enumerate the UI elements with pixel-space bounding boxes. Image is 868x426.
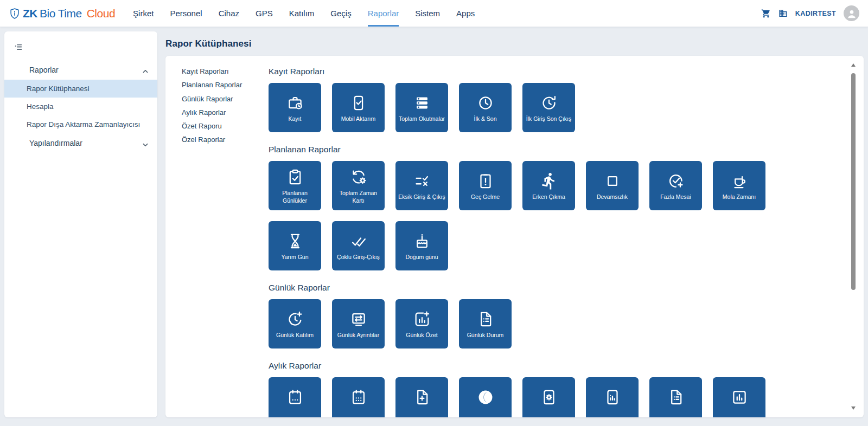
person-icon (846, 8, 858, 20)
tile-label: Erken Çıkma (532, 193, 565, 201)
report-tile-toplam-okutmalar[interactable]: Toplam Okutmalar (395, 83, 448, 132)
nav-item-raporlar[interactable]: Raporlar (368, 0, 399, 27)
clipboard-alert-icon (476, 172, 495, 190)
report-section-0: Kayıt RaporlarıKayıtMobil AktarımToplam … (269, 66, 847, 132)
cart-icon[interactable] (761, 9, 771, 18)
sidebar-group-0[interactable]: Raporlar (4, 60, 157, 80)
report-category-links: Kayıt RaporlarıPlanlanan RaporlarGünlük … (182, 64, 266, 147)
scrollbar-up-arrow[interactable] (851, 62, 856, 68)
user-name[interactable]: KADIRTEST (795, 10, 836, 17)
report-tile-mobil-aktarım[interactable]: Mobil Aktarım (332, 83, 385, 132)
report-icon (13, 65, 23, 75)
tile-grid: Günlük KatılımGünlük AyrıntılarGünlük Öz… (269, 299, 770, 348)
tile-label: Planlanan Günlükler (270, 190, 320, 204)
app-logo[interactable]: ZKBio TimeCloud (9, 7, 115, 20)
nav-item-kat-l-m[interactable]: Katılım (289, 0, 315, 27)
category-link-1[interactable]: Planlanan Raporlar (182, 78, 266, 92)
tile-label: Mobil Aktarım (341, 115, 376, 123)
section-title: Günlük Raporlar (269, 282, 847, 294)
clock-refresh-icon (540, 94, 558, 112)
sidebar-item-0[interactable]: Rapor Kütüphanesi (4, 80, 157, 98)
category-link-0[interactable]: Kayıt Raporları (182, 64, 266, 78)
avatar[interactable] (844, 5, 859, 21)
sidebar-menu: RaporlarRapor KütüphanesiHesaplaRapor Dı… (4, 60, 157, 153)
report-tile-toplam-zaman-kartı[interactable]: Toplam Zaman Kartı (332, 161, 385, 210)
report-tile-günlük-özet[interactable]: Günlük Özet (395, 299, 448, 348)
report-tile-eksik-giriş-çıkış[interactable]: Eksik Giriş & Çıkış (395, 161, 448, 210)
nav-item-apps[interactable]: Apps (456, 0, 475, 27)
page-title: Rapor Kütüphanesi (165, 38, 252, 49)
nav-item-cihaz[interactable]: Cihaz (219, 0, 239, 27)
tile-label: Mola Zamanı (723, 193, 756, 201)
report-tile-kayıt[interactable]: Kayıt (269, 83, 321, 132)
report-tile-çoklu-giriş-çıkış[interactable]: Çoklu Giriş-Çıkış (332, 221, 385, 270)
category-link-3[interactable]: Aylık Raporlar (182, 106, 266, 119)
report-tile-erken-çıkma[interactable]: Erken Çıkma (522, 161, 575, 210)
chart-plus-icon (413, 310, 431, 328)
report-tile-günlük-durum[interactable]: Günlük Durum (459, 299, 512, 348)
nav-item-ge-i-[interactable]: Geçiş (330, 0, 351, 27)
company-building-icon[interactable] (778, 9, 788, 18)
report-section-3: Aylık Raporlar (269, 360, 847, 417)
report-tile-document-list[interactable] (649, 377, 702, 417)
report-tile-tablet-chart[interactable] (586, 377, 639, 417)
coffee-cup-icon (730, 172, 749, 190)
category-link-5[interactable]: Özel Raporlar (182, 133, 266, 146)
report-tile-document-plus[interactable] (395, 377, 448, 417)
sidebar-item-1[interactable]: Hesapla (4, 98, 157, 115)
page-title-row: Rapor Kütüphanesi (165, 31, 864, 56)
logo-text-zk: ZK (23, 7, 37, 20)
tile-label: Geç Gelme (471, 193, 500, 201)
document-list-icon (476, 310, 495, 328)
tile-label: Doğum günü (405, 254, 438, 261)
report-tile-günlük-katılım[interactable]: Günlük Katılım (269, 299, 321, 348)
report-tile-i-lk-son[interactable]: İlk & Son (459, 83, 512, 132)
section-title: Kayıt Raporları (269, 66, 847, 78)
nav-item--irket[interactable]: Şirket (133, 0, 154, 27)
collapse-sidebar-icon[interactable] (14, 42, 23, 51)
nav-item-personel[interactable]: Personel (170, 0, 202, 27)
report-tile-günlük-ayrıntılar[interactable]: Günlük Ayrıntılar (332, 299, 385, 348)
tile-label: Günlük Katılım (276, 332, 314, 339)
report-tile-yarım-gün[interactable]: Yarım Gün (269, 221, 321, 270)
nav-item-sistem[interactable]: Sistem (415, 0, 440, 27)
report-tile-calendar[interactable] (269, 377, 321, 417)
tile-label: Toplam Zaman Kartı (334, 190, 383, 204)
scrollbar-down-arrow[interactable] (851, 405, 856, 411)
briefcase-clock-icon (286, 94, 304, 112)
scrollbar-thumb[interactable] (851, 73, 856, 290)
running-person-icon (540, 172, 558, 190)
report-tile-fazla-mesai[interactable]: Fazla Mesai (649, 161, 702, 210)
category-link-2[interactable]: Günlük Raporlar (182, 92, 266, 106)
report-tile-calendar-grid[interactable] (332, 377, 385, 417)
logo-text-biotime: Bio Time (40, 7, 82, 20)
tile-label: Devamsızlık (597, 193, 628, 201)
sidebar-group-1[interactable]: Yapılandırmalar (4, 133, 157, 153)
report-tile-doğum-günü[interactable]: Doğum günü (395, 221, 448, 270)
tile-label: Fazla Mesai (660, 193, 691, 201)
double-check-icon (349, 232, 368, 250)
sidebar-group-label: Yapılandırmalar (29, 139, 142, 147)
report-tile-contrast-circle[interactable] (459, 377, 512, 417)
report-tile-devamsızlık[interactable]: Devamsızlık (586, 161, 639, 210)
report-tile-tablet-gear[interactable] (522, 377, 575, 417)
category-link-4[interactable]: Özet Raporu (182, 119, 266, 133)
hourglass-icon (286, 232, 304, 250)
time-gear-icon (349, 168, 368, 186)
tile-label: Günlük Ayrıntılar (337, 332, 379, 339)
contrast-circle-icon (476, 388, 495, 406)
report-tile-geç-gelme[interactable]: Geç Gelme (459, 161, 512, 210)
sidebar-item-2[interactable]: Rapor Dışa Aktarma Zamanlayıcısı (4, 115, 157, 133)
report-tile-bar-chart-frame[interactable] (713, 377, 765, 417)
report-tile-mola-zamanı[interactable]: Mola Zamanı (713, 161, 765, 210)
tile-label: Günlük Durum (467, 332, 504, 339)
sidebar: RaporlarRapor KütüphanesiHesaplaRapor Dı… (4, 31, 157, 417)
logo-text-cloud: Cloud (87, 7, 115, 20)
check-cross-lines-icon (413, 172, 431, 190)
tablet-gear-icon (540, 388, 558, 406)
document-list-icon (667, 388, 685, 406)
clock-plus-icon (286, 310, 304, 328)
report-tile-i-lk-giriş-son-çıkış[interactable]: İlk Giriş Son Çıkış (522, 83, 575, 132)
nav-item-gps[interactable]: GPS (256, 0, 273, 27)
report-tile-planlanan-günlükler[interactable]: Planlanan Günlükler (269, 161, 321, 210)
